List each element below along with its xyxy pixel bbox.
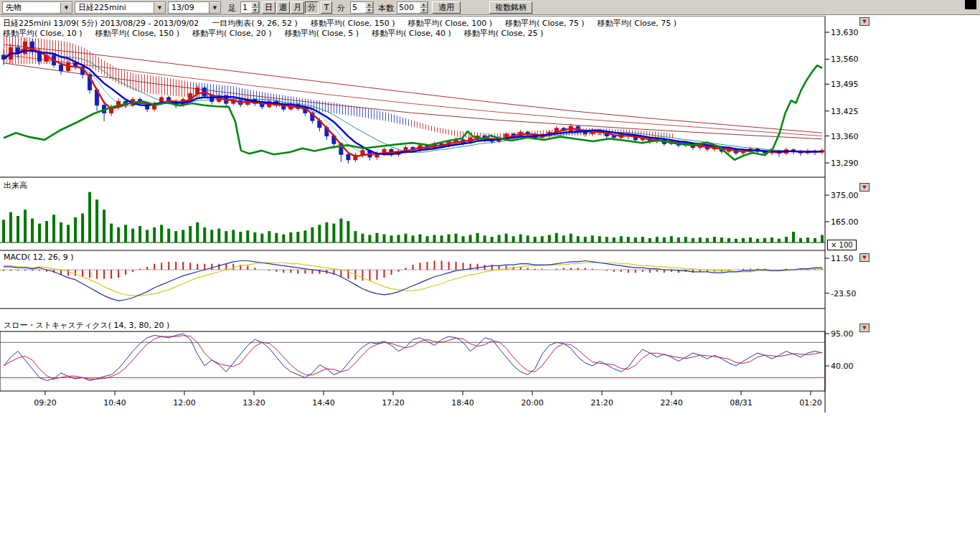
price-axis-label: 13,495: [831, 80, 859, 89]
contract-month-value: 13/09: [171, 3, 194, 12]
stoch-axis-label: 95.00: [831, 329, 854, 339]
time-axis-label: 12:00: [173, 398, 196, 408]
stoch-axis-label: 40.00: [831, 362, 854, 371]
minute-input[interactable]: [351, 2, 365, 13]
legend-row-1: 日経225mini 13/09( 5分) 2013/08/29 - 2013/0…: [3, 18, 677, 29]
spinner-icon[interactable]: ▲▼: [420, 2, 428, 13]
spinner-icon[interactable]: ▲▼: [251, 2, 259, 13]
volume-axis-label: 165.00: [831, 217, 859, 227]
macd-panel-label: MACD( 12, 26, 9 ): [4, 253, 74, 262]
window-corner-mark: [965, 0, 976, 9]
volume-multiplier-badge: × 100: [827, 240, 857, 250]
stoch-panel-dropdown-button[interactable]: ▼: [859, 324, 870, 332]
instrument-type-value: 先物: [6, 2, 22, 13]
period-day-button[interactable]: 日: [262, 1, 275, 14]
stoch-panel-label: スロー・ストキャスティクス( 14, 3, 80, 20 ): [4, 320, 169, 331]
period-minute-button[interactable]: 分: [305, 1, 319, 14]
price-axis-label: 13,290: [831, 159, 859, 168]
legend-ma40: 移動平均( Close, 40 ): [372, 28, 451, 39]
time-axis-label: 18:40: [451, 398, 474, 408]
volume-panel-label: 出来高: [4, 180, 27, 191]
macd-axis-label: 11.50: [831, 254, 854, 263]
legend-row-2: 移動平均( Close, 10 ) 移動平均( Close, 150 ) 移動平…: [3, 28, 543, 39]
tick-chart-button[interactable]: T: [321, 1, 332, 14]
chevron-down-icon[interactable]: ▼: [154, 2, 165, 13]
time-axis-label: 22:40: [660, 398, 683, 408]
time-axis-label: 13:20: [242, 398, 265, 408]
chart-canvas: [0, 0, 980, 551]
price-axis-label: 13,630: [831, 28, 859, 37]
minute-field[interactable]: ▲▼: [350, 1, 374, 14]
macd-axis-label: -23.50: [831, 289, 856, 298]
toolbar: 先物 ▼ 日経225mini ▼ 13/09 ▼ 足 ▲▼ 日 週 月 分 T …: [0, 0, 980, 15]
price-panel-dropdown-button[interactable]: ▼: [859, 17, 870, 26]
legend-ma25: 移動平均( Close, 25 ): [464, 28, 544, 39]
time-axis-label: 20:00: [521, 398, 544, 408]
time-axis-label: 10:40: [103, 398, 126, 408]
time-axis-label: 09:20: [34, 398, 57, 408]
overlay-labels: 日経225mini 13/09( 5分) 2013/08/29 - 2013/0…: [0, 0, 980, 551]
symbol-select[interactable]: 日経225mini ▼: [75, 1, 166, 14]
minute-label: 分: [337, 3, 345, 14]
legend-ma75b: 移動平均( Close, 75 ): [598, 18, 677, 29]
legend-ma75a: 移動平均( Close, 75 ): [505, 18, 585, 29]
period-month-button[interactable]: 月: [291, 1, 304, 14]
tick-count-field[interactable]: ▲▼: [240, 1, 260, 14]
spinner-icon[interactable]: ▲▼: [365, 2, 373, 13]
legend-ma10: 移動平均( Close, 10 ): [3, 28, 83, 39]
price-axis-label: 13,425: [831, 107, 859, 116]
price-axis-label: 13,360: [831, 132, 859, 141]
multi-symbol-button[interactable]: 複数銘柄: [489, 1, 532, 14]
time-axis-label: 14:40: [312, 398, 335, 408]
time-axis-label: 08/31: [730, 398, 753, 408]
bar-type-label: 足: [228, 3, 236, 14]
time-axis-label: 17:20: [382, 398, 405, 408]
time-axis-label: 01:20: [799, 398, 822, 408]
bar-count-label: 本数: [378, 3, 394, 14]
period-week-button[interactable]: 週: [276, 1, 290, 14]
legend-ma150: 移動平均( Close, 150 ): [311, 18, 395, 29]
instrument-type-select[interactable]: 先物 ▼: [2, 1, 72, 14]
chevron-down-icon[interactable]: ▼: [209, 2, 220, 13]
tick-count-input[interactable]: [241, 2, 251, 13]
chart-title: 日経225mini 13/09( 5分) 2013/08/29 - 2013/0…: [3, 18, 199, 29]
chevron-down-icon[interactable]: ▼: [60, 2, 72, 13]
chart-application-window: 先物 ▼ 日経225mini ▼ 13/09 ▼ 足 ▲▼ 日 週 月 分 T …: [0, 0, 980, 551]
symbol-value: 日経225mini: [78, 2, 126, 13]
legend-ma5: 移動平均( Close, 5 ): [285, 28, 359, 39]
legend-ma20: 移動平均( Close, 20 ): [192, 28, 272, 39]
contract-month-select[interactable]: 13/09 ▼: [168, 1, 221, 14]
bar-count-input[interactable]: [397, 2, 420, 13]
price-axis-label: 13,560: [831, 55, 859, 64]
apply-button[interactable]: 適用: [432, 1, 461, 14]
volume-axis-label: 375.00: [831, 191, 859, 200]
legend-ma100: 移動平均( Close, 100 ): [407, 18, 492, 29]
legend-ichimoku: 一目均衡表( 9, 26, 52 ): [212, 18, 298, 29]
volume-panel-dropdown-button[interactable]: ▼: [859, 183, 870, 192]
time-axis-label: 21:20: [590, 398, 613, 408]
legend-ma150b: 移動平均( Close, 150 ): [95, 28, 180, 39]
macd-panel-dropdown-button[interactable]: ▼: [859, 253, 870, 262]
bar-count-field[interactable]: ▲▼: [397, 1, 428, 14]
